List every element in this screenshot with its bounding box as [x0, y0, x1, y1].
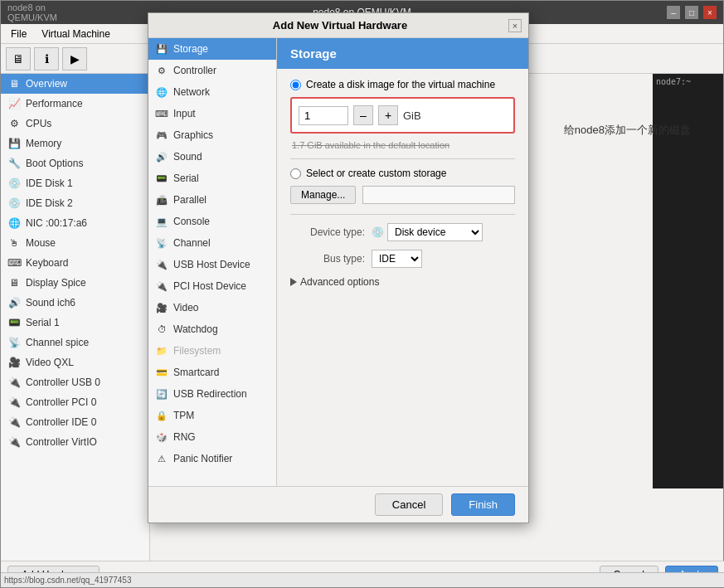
hw-label-input: Input — [173, 108, 196, 119]
sidebar-item-sound[interactable]: 🔊 Sound ich6 — [1, 293, 149, 313]
sidebar-label-overview: Overview — [26, 78, 67, 90]
disk-size-plus-button[interactable]: + — [378, 105, 398, 125]
modal-finish-button[interactable]: Finish — [451, 493, 515, 516]
hw-item-watchdog[interactable]: ⏱ Watchdog — [148, 318, 276, 340]
modal-cancel-button[interactable]: Cancel — [375, 493, 443, 516]
ctrl-usb-icon: 🔌 — [7, 376, 21, 389]
divider — [290, 158, 515, 159]
divider2 — [290, 214, 515, 215]
overview-icon: 🖥 — [7, 77, 21, 90]
sidebar-item-ctrl-usb[interactable]: 🔌 Controller USB 0 — [1, 372, 149, 392]
bus-type-select[interactable]: IDE VirtIO SATA SCSI — [372, 250, 422, 268]
sidebar-item-cpus[interactable]: ⚙ CPUs — [1, 114, 149, 134]
hw-video-icon: 🎥 — [155, 301, 168, 314]
sidebar-item-video-qxl[interactable]: 🎥 Video QXL — [1, 352, 149, 372]
hw-item-usb-redir[interactable]: 🔄 USB Redirection — [148, 383, 276, 405]
hw-item-rng[interactable]: 🎲 RNG — [148, 426, 276, 448]
device-type-select[interactable]: Disk device CD/DVD device Floppy device — [387, 223, 483, 241]
maximize-button[interactable]: □ — [685, 6, 698, 19]
sidebar-item-ide-disk-2[interactable]: 💿 IDE Disk 2 — [1, 193, 149, 213]
hw-item-serial[interactable]: 📟 Serial — [148, 168, 276, 189]
hw-item-console[interactable]: 💻 Console — [148, 211, 276, 232]
radio-custom-input[interactable] — [290, 168, 301, 179]
hw-item-graphics[interactable]: 🎮 Graphics — [148, 124, 276, 146]
hw-item-usb-host[interactable]: 🔌 USB Host Device — [148, 254, 276, 275]
ctrl-pci-icon: 🔌 — [7, 396, 21, 409]
sidebar-label-ctrl-pci: Controller PCI 0 — [26, 396, 96, 408]
bg-sidebar: 🖥 Overview 📈 Performance ⚙ CPUs 💾 Memory… — [1, 74, 150, 562]
sidebar-item-overview[interactable]: 🖥 Overview — [1, 74, 149, 94]
sidebar-label-sound: Sound ich6 — [26, 297, 75, 309]
hw-label-network: Network — [173, 86, 210, 98]
hw-item-controller[interactable]: ⚙ Controller — [148, 60, 276, 81]
hw-item-channel[interactable]: 📡 Channel — [148, 232, 276, 254]
sidebar-item-memory[interactable]: 💾 Memory — [1, 134, 149, 153]
sidebar-item-nic[interactable]: 🌐 NIC :00:17:a6 — [1, 213, 149, 233]
radio-custom-storage: Select or create custom storage — [290, 168, 515, 179]
advanced-label: Advanced options — [300, 276, 379, 288]
close-button[interactable]: × — [703, 6, 717, 19]
sidebar-item-ctrl-pci[interactable]: 🔌 Controller PCI 0 — [1, 392, 149, 412]
hw-item-network[interactable]: 🌐 Network — [148, 81, 276, 103]
disk-size-minus-button[interactable]: – — [353, 105, 373, 125]
sidebar-item-keyboard[interactable]: ⌨ Keyboard — [1, 253, 149, 273]
sidebar-item-mouse[interactable]: 🖱 Mouse — [1, 233, 149, 253]
sidebar-item-performance[interactable]: 📈 Performance — [1, 94, 149, 114]
hw-item-input[interactable]: ⌨ Input — [148, 103, 276, 124]
radio-create-input[interactable] — [290, 80, 301, 90]
disk-size-input[interactable] — [299, 106, 348, 125]
radio-create-label[interactable]: Create a disk image for the virtual mach… — [306, 79, 495, 90]
manage-row: Manage... — [290, 186, 515, 204]
device-type-select-wrapper: 💿 Disk device CD/DVD device Floppy devic… — [372, 223, 483, 241]
hw-label-video: Video — [173, 302, 198, 313]
bg-statusbar: https://blog.csdn.net/qq_41977453 — [1, 572, 724, 587]
modal-title: Add New Virtual Hardware — [172, 19, 508, 32]
hw-label-console: Console — [173, 216, 210, 227]
sidebar-item-ctrl-virtio[interactable]: 🔌 Controller VirtIO — [1, 432, 149, 452]
manage-input[interactable] — [362, 186, 515, 204]
hw-label-pci-host: PCI Host Device — [173, 280, 246, 292]
monitor-button[interactable]: 🖥 — [6, 47, 31, 70]
hw-label-parallel: Parallel — [173, 194, 207, 206]
hw-item-parallel[interactable]: 📠 Parallel — [148, 189, 276, 211]
device-type-label: Device type: — [290, 226, 365, 238]
sidebar-item-serial[interactable]: 📟 Serial 1 — [1, 313, 149, 333]
controller-icon: ⚙ — [155, 64, 168, 77]
sidebar-item-channel[interactable]: 📡 Channel spice — [1, 333, 149, 352]
tpm-icon: 🔒 — [155, 409, 168, 422]
sidebar-item-ctrl-ide[interactable]: 🔌 Controller IDE 0 — [1, 412, 149, 432]
hw-item-panic[interactable]: ⚠ Panic Notifier — [148, 448, 276, 469]
info-button[interactable]: ℹ — [34, 47, 59, 70]
hw-label-sound: Sound — [173, 151, 202, 163]
menu-file[interactable]: File — [4, 27, 33, 41]
hw-item-sound[interactable]: 🔊 Sound — [148, 146, 276, 168]
sidebar-item-boot-options[interactable]: 🔧 Boot Options — [1, 153, 149, 173]
video-icon: 🎥 — [7, 356, 21, 369]
radio-custom-label[interactable]: Select or create custom storage — [306, 168, 446, 179]
usb-host-icon: 🔌 — [155, 258, 168, 271]
advanced-options-toggle[interactable]: Advanced options — [290, 276, 515, 288]
modal-titlebar: Add New Virtual Hardware × — [148, 13, 528, 38]
pci-host-icon: 🔌 — [155, 279, 168, 293]
sidebar-item-ide-disk-1[interactable]: 💿 IDE Disk 1 — [1, 173, 149, 193]
hw-item-storage[interactable]: 💾 Storage — [148, 38, 276, 60]
memory-icon: 💾 — [7, 137, 21, 150]
hw-item-video[interactable]: 🎥 Video — [148, 297, 276, 318]
disk-size-box: – + GiB — [290, 97, 515, 134]
sidebar-item-display-spice[interactable]: 🖥 Display Spice — [1, 273, 149, 293]
menu-vm[interactable]: Virtual Machine — [35, 27, 117, 41]
bus-type-row: Bus type: IDE VirtIO SATA SCSI — [290, 250, 515, 268]
hw-item-pci-host[interactable]: 🔌 PCI Host Device — [148, 275, 276, 297]
play-button[interactable]: ▶ — [62, 47, 87, 70]
smartcard-icon: 💳 — [155, 366, 168, 379]
hw-item-filesystem[interactable]: 📁 Filesystem — [148, 340, 276, 362]
channel-icon: 📡 — [7, 336, 21, 349]
cpus-icon: ⚙ — [7, 117, 21, 130]
display-icon: 🖥 — [7, 276, 21, 289]
hw-item-tpm[interactable]: 🔒 TPM — [148, 405, 276, 426]
minimize-button[interactable]: – — [667, 6, 680, 19]
modal-close-button[interactable]: × — [508, 19, 522, 32]
hw-item-smartcard[interactable]: 💳 Smartcard — [148, 362, 276, 383]
sidebar-label-video: Video QXL — [26, 357, 74, 368]
manage-button[interactable]: Manage... — [290, 186, 356, 204]
